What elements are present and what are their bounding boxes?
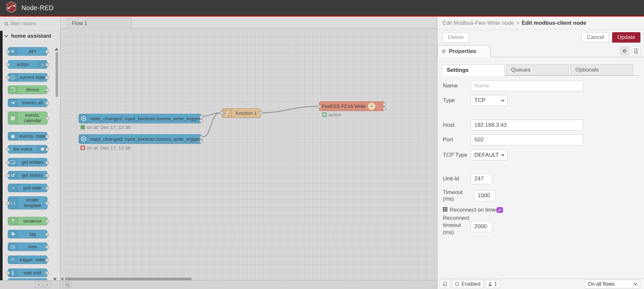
palette-node-poll-state[interactable]: ◔ poll state <box>8 184 47 192</box>
status-dot-green-hollow <box>322 112 327 117</box>
collapse-all-button[interactable]: » <box>35 282 42 288</box>
port <box>45 174 49 177</box>
port <box>45 101 49 105</box>
double-chevron-up-icon: » <box>36 283 41 286</box>
update-button[interactable]: Update <box>612 32 640 43</box>
port <box>6 63 10 66</box>
flow-grid[interactable]: state_changed: input_boolean.foxess_writ… <box>60 29 437 280</box>
palette-node-events-state[interactable]: ◉ events: state <box>8 132 47 140</box>
palette-node-events-all[interactable]: ➔ events: all <box>8 99 47 107</box>
tab-settings[interactable]: Settings <box>442 64 505 76</box>
breadcrumb-parent[interactable]: Edit Modbus-Flex-Write node <box>443 20 514 26</box>
properties-tabbar: ⚙ Properties ⚙ <box>437 45 644 57</box>
name-input[interactable] <box>471 80 583 91</box>
palette-node-fire-event[interactable]: ✺ fire event <box>8 145 47 153</box>
palette-node-get-history[interactable]: ↺ get history <box>8 171 47 179</box>
docs-book-button[interactable] <box>440 280 450 288</box>
palette-node-time[interactable]: ◷ time <box>8 243 47 251</box>
double-chevron-down-icon: » <box>45 283 50 286</box>
palette-node-action[interactable]: ⌂ action <box>8 60 47 69</box>
node-docs-button[interactable] <box>632 46 640 55</box>
host-input[interactable] <box>471 120 583 131</box>
wires <box>60 29 437 280</box>
host-label: Host <box>443 122 471 128</box>
signpost-icon: ⚐ <box>8 256 18 264</box>
output-port[interactable] <box>259 112 263 115</box>
palette-footer: » » <box>0 281 60 289</box>
palette-node-render-template[interactable]: {..} render template <box>8 196 47 209</box>
enabled-toggle-button[interactable]: Enabled <box>452 280 483 288</box>
palette-node-sentence[interactable]: ❝ sentence <box>8 217 47 225</box>
filter-nodes-input[interactable]: filter nodes <box>11 21 36 27</box>
node-status: on at: Dec 17, 12:36 <box>81 125 131 130</box>
output-port[interactable] <box>200 136 203 139</box>
tray-toolbar: Delete Cancel Update <box>437 30 644 45</box>
flow-node-state-changed-1[interactable]: state_changed: input_boolean.foxess_writ… <box>79 114 201 123</box>
state-icon <box>79 114 89 123</box>
port <box>45 117 49 120</box>
palette-filter[interactable]: filter nodes <box>0 17 60 31</box>
output-port[interactable] <box>383 103 386 106</box>
delete-button[interactable]: Delete <box>443 32 469 43</box>
timeout-input[interactable] <box>474 190 496 201</box>
tcp-type-label: TCP Type <box>443 152 471 158</box>
palette-scroll-up-icon[interactable] <box>55 48 58 50</box>
palette-node-trigger-state[interactable]: ⚐ trigger: state <box>8 256 47 264</box>
flow-node-state-changed-2[interactable]: state_changed: input_boolean.foxess_writ… <box>79 134 201 144</box>
node-status: on at: Dec 17, 12:36 <box>81 145 131 151</box>
node-settings-button[interactable]: ⚙ <box>620 46 629 55</box>
tab-flow-1[interactable]: Flow 1 <box>67 18 132 29</box>
unit-id-input[interactable] <box>471 173 492 184</box>
config-changed-badge: ✳ <box>368 103 375 110</box>
tray-footer: Enabled 1 On all flows <box>437 279 644 289</box>
port-input[interactable] <box>471 134 583 145</box>
tag-icon: ❖ <box>8 230 18 238</box>
cancel-button[interactable]: Cancel <box>582 32 609 43</box>
palette-node-tag[interactable]: ❖ tag <box>8 230 47 238</box>
palette-category-home-assistant[interactable]: home assistant <box>0 31 60 41</box>
expand-all-button[interactable]: » <box>44 282 51 288</box>
breadcrumb-current: Edit modbus-client node <box>522 20 586 26</box>
port <box>45 135 49 138</box>
user-count-button[interactable]: 1 <box>485 280 500 288</box>
output-port[interactable] <box>383 107 386 110</box>
tab-properties[interactable]: ⚙ Properties <box>437 45 491 57</box>
palette-node-device[interactable]: ❒ device <box>8 85 47 94</box>
reconnect-timeout-input[interactable] <box>471 221 492 232</box>
output-port[interactable] <box>200 119 203 123</box>
bottom-bar: » » <box>0 280 437 289</box>
chevron-down-icon <box>634 282 637 285</box>
edit-tray: Edit Modbus-Flex-Write node > Edit modbu… <box>437 17 644 289</box>
output-port[interactable] <box>200 115 203 119</box>
tab-optionals[interactable]: Optionals <box>571 64 633 75</box>
tab-queues[interactable]: Queues <box>506 64 569 75</box>
palette-node-wait-until[interactable]: ∥ wait until <box>8 269 47 277</box>
port <box>45 50 49 53</box>
palette-node-get-entities[interactable]: ❏ get entities <box>8 158 47 166</box>
port <box>6 161 10 164</box>
scope-select[interactable]: On all flows <box>584 280 640 288</box>
input-port[interactable] <box>220 112 224 115</box>
gear-icon: ⚙ <box>442 48 446 54</box>
output-port[interactable] <box>200 140 203 143</box>
gear-icon: ⚙ <box>623 48 627 54</box>
palette-edge-strip <box>0 31 3 280</box>
flow-node-foxess-fc16-write[interactable]: FoxESS FC16 Write ✳ <box>319 101 385 111</box>
palette-node-events-calendar[interactable]: ▦ events: calendar <box>8 112 47 125</box>
zoom-search-button[interactable] <box>63 282 71 288</box>
port <box>45 76 49 79</box>
input-port[interactable] <box>317 105 321 108</box>
type-select[interactable]: TCP <box>471 95 508 106</box>
tcp-type-select[interactable]: DEFAULT <box>471 150 508 161</box>
status-dot-green <box>81 125 85 129</box>
port <box>45 233 49 236</box>
breadcrumb: Edit Modbus-Flex-Write node > Edit modbu… <box>437 17 644 30</box>
port <box>45 245 49 249</box>
palette-scrollbar[interactable] <box>56 52 58 97</box>
settings-form: Settings Queues Optionals Name Type TCP … <box>437 57 644 279</box>
reconnect-on-timeout-checkbox[interactable]: ✓ <box>497 207 503 213</box>
unit-id-label: Unit-Id <box>443 176 471 182</box>
flow-node-function-1[interactable]: ƒ function 1 <box>222 108 261 118</box>
palette-node-current-state[interactable]: ⓘ current state <box>8 73 47 82</box>
palette-node-api[interactable]: ✈ API <box>8 47 47 56</box>
